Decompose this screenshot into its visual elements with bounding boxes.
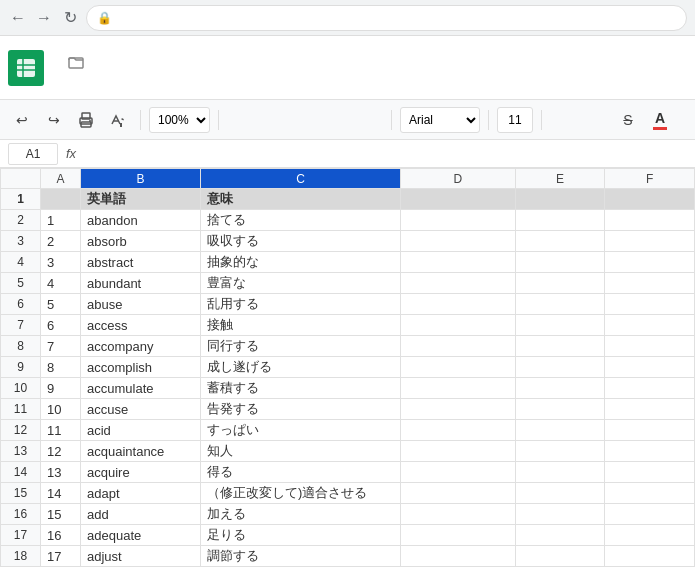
row-number[interactable]: 1 xyxy=(1,189,41,210)
font-color-button[interactable]: A xyxy=(646,106,674,134)
cell-b8[interactable]: accompany xyxy=(81,336,201,357)
col-header-f[interactable]: F xyxy=(605,169,695,189)
cell-f6[interactable] xyxy=(605,294,695,315)
cell-e6[interactable] xyxy=(515,294,605,315)
row-number[interactable]: 7 xyxy=(1,315,41,336)
cell-a16[interactable]: 15 xyxy=(41,504,81,525)
cell-c9[interactable]: 成し遂げる xyxy=(201,357,401,378)
cell-a18[interactable]: 17 xyxy=(41,546,81,567)
row-number[interactable]: 16 xyxy=(1,504,41,525)
cell-d4[interactable] xyxy=(401,252,516,273)
cell-b17[interactable]: adequate xyxy=(81,525,201,546)
cell-d1[interactable] xyxy=(401,189,516,210)
cell-a12[interactable]: 11 xyxy=(41,420,81,441)
cell-d8[interactable] xyxy=(401,336,516,357)
cell-c10[interactable]: 蓄積する xyxy=(201,378,401,399)
cell-e11[interactable] xyxy=(515,399,605,420)
menu-view[interactable] xyxy=(88,74,104,80)
row-number[interactable]: 9 xyxy=(1,357,41,378)
row-number[interactable]: 6 xyxy=(1,294,41,315)
cell-c15[interactable]: （修正改変して)適合させる xyxy=(201,483,401,504)
cell-c17[interactable]: 足りる xyxy=(201,525,401,546)
col-header-a[interactable]: A xyxy=(41,169,81,189)
cell-b12[interactable]: acid xyxy=(81,420,201,441)
cell-f13[interactable] xyxy=(605,441,695,462)
bold-button[interactable] xyxy=(550,106,578,134)
cell-f3[interactable] xyxy=(605,231,695,252)
col-header-d[interactable]: D xyxy=(401,169,516,189)
zoom-select[interactable]: 100% xyxy=(149,107,210,133)
cell-f14[interactable] xyxy=(605,462,695,483)
cell-c7[interactable]: 接触 xyxy=(201,315,401,336)
cell-d14[interactable] xyxy=(401,462,516,483)
cell-a8[interactable]: 7 xyxy=(41,336,81,357)
cell-c16[interactable]: 加える xyxy=(201,504,401,525)
menu-data[interactable] xyxy=(142,74,158,80)
folder-icon[interactable] xyxy=(68,55,84,72)
cell-b2[interactable]: abandon xyxy=(81,210,201,231)
cell-f7[interactable] xyxy=(605,315,695,336)
cell-f16[interactable] xyxy=(605,504,695,525)
cell-d17[interactable] xyxy=(401,525,516,546)
cell-b18[interactable]: adjust xyxy=(81,546,201,567)
font-select[interactable]: Arial xyxy=(400,107,480,133)
cell-f2[interactable] xyxy=(605,210,695,231)
cell-a4[interactable]: 3 xyxy=(41,252,81,273)
cell-a15[interactable]: 14 xyxy=(41,483,81,504)
cell-b7[interactable]: access xyxy=(81,315,201,336)
cell-b6[interactable]: abuse xyxy=(81,294,201,315)
row-number[interactable]: 17 xyxy=(1,525,41,546)
redo-button[interactable]: ↪ xyxy=(40,106,68,134)
cell-f17[interactable] xyxy=(605,525,695,546)
col-header-e[interactable]: E xyxy=(515,169,605,189)
cell-a9[interactable]: 8 xyxy=(41,357,81,378)
cell-d10[interactable] xyxy=(401,378,516,399)
col-header-c[interactable]: C xyxy=(201,169,401,189)
cell-d6[interactable] xyxy=(401,294,516,315)
cell-f8[interactable] xyxy=(605,336,695,357)
cell-b11[interactable]: accuse xyxy=(81,399,201,420)
cell-b9[interactable]: accomplish xyxy=(81,357,201,378)
cell-f9[interactable] xyxy=(605,357,695,378)
refresh-button[interactable]: ↻ xyxy=(60,8,80,28)
menu-format[interactable] xyxy=(124,74,140,80)
row-number[interactable]: 15 xyxy=(1,483,41,504)
menu-addons[interactable] xyxy=(178,74,194,80)
paint-format-button[interactable] xyxy=(104,106,132,134)
cell-a17[interactable]: 16 xyxy=(41,525,81,546)
cell-e10[interactable] xyxy=(515,378,605,399)
currency-button[interactable] xyxy=(227,106,255,134)
cell-b15[interactable]: adapt xyxy=(81,483,201,504)
cell-a2[interactable]: 1 xyxy=(41,210,81,231)
cell-d3[interactable] xyxy=(401,231,516,252)
cell-c5[interactable]: 豊富な xyxy=(201,273,401,294)
cell-f5[interactable] xyxy=(605,273,695,294)
cell-e13[interactable] xyxy=(515,441,605,462)
print-button[interactable] xyxy=(72,106,100,134)
cell-c3[interactable]: 吸収する xyxy=(201,231,401,252)
row-number[interactable]: 2 xyxy=(1,210,41,231)
cell-a7[interactable]: 6 xyxy=(41,315,81,336)
cell-a5[interactable]: 4 xyxy=(41,273,81,294)
cell-b3[interactable]: absorb xyxy=(81,231,201,252)
row-number[interactable]: 13 xyxy=(1,441,41,462)
row-number[interactable]: 12 xyxy=(1,420,41,441)
cell-c14[interactable]: 得る xyxy=(201,462,401,483)
forward-button[interactable]: → xyxy=(34,8,54,28)
cell-e7[interactable] xyxy=(515,315,605,336)
cell-d16[interactable] xyxy=(401,504,516,525)
cell-c1[interactable]: 意味 xyxy=(201,189,401,210)
cell-a3[interactable]: 2 xyxy=(41,231,81,252)
cell-a13[interactable]: 12 xyxy=(41,441,81,462)
row-number[interactable]: 8 xyxy=(1,336,41,357)
cell-f4[interactable] xyxy=(605,252,695,273)
cell-f18[interactable] xyxy=(605,546,695,567)
menu-help[interactable] xyxy=(196,74,212,80)
cell-b5[interactable]: abundant xyxy=(81,273,201,294)
cell-c18[interactable]: 調節する xyxy=(201,546,401,567)
more-formats-button[interactable] xyxy=(355,106,383,134)
cell-f12[interactable] xyxy=(605,420,695,441)
cell-e15[interactable] xyxy=(515,483,605,504)
decimal0-button[interactable] xyxy=(291,106,319,134)
cell-reference-input[interactable] xyxy=(8,143,58,165)
